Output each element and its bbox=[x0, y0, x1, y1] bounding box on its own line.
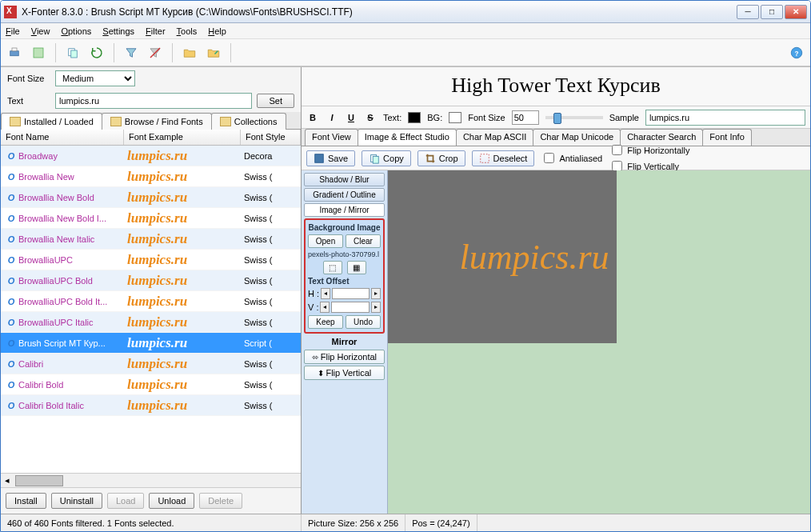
font-list[interactable]: OBroadwaylumpics.ruDecoraOBrowallia Newl… bbox=[1, 146, 301, 473]
hscrollbar[interactable]: ◂ bbox=[1, 473, 301, 487]
italic-button[interactable]: I bbox=[326, 113, 338, 122]
menu-view[interactable]: View bbox=[31, 26, 50, 36]
col-style[interactable]: Font Style bbox=[241, 130, 301, 145]
fontsize-select[interactable]: Medium bbox=[55, 70, 135, 86]
imgmirror-header[interactable]: Image / Mirror bbox=[304, 203, 385, 217]
font-row[interactable]: OCalibrilumpics.ruSwiss ( bbox=[1, 354, 301, 374]
tab-charmap-unicode[interactable]: Char Map Unicode bbox=[533, 129, 621, 146]
menu-options[interactable]: Options bbox=[61, 26, 91, 36]
folder-open-icon[interactable] bbox=[205, 44, 222, 62]
flip-horizontal-button[interactable]: ⬄ Flip Horizontal bbox=[304, 350, 385, 364]
font-style: Swiss ( bbox=[244, 297, 298, 306]
undo-button[interactable]: Undo bbox=[346, 315, 381, 329]
status-pos: Pos = (24,247) bbox=[406, 514, 477, 531]
menu-tools[interactable]: Tools bbox=[177, 26, 198, 36]
tab-fontview[interactable]: Font View bbox=[305, 129, 358, 146]
deselect-button[interactable]: Deselect bbox=[472, 150, 535, 166]
maximize-button[interactable]: □ bbox=[761, 5, 783, 19]
fit-icon[interactable]: ⬚ bbox=[323, 261, 342, 274]
tab-font-info[interactable]: Font Info bbox=[702, 129, 751, 146]
font-type-icon: O bbox=[4, 359, 18, 369]
font-style: Script ( bbox=[244, 338, 298, 348]
text-color-well[interactable] bbox=[408, 112, 421, 123]
tab-image-studio[interactable]: Image & Effect Studio bbox=[358, 129, 457, 146]
help-icon[interactable]: ? bbox=[788, 44, 805, 62]
underline-button[interactable]: U bbox=[345, 113, 358, 122]
clear-filter-icon[interactable] bbox=[146, 44, 164, 62]
col-name[interactable]: Font Name bbox=[1, 130, 124, 145]
font-style: Decora bbox=[244, 151, 298, 161]
font-row[interactable]: OBrowallia New Boldlumpics.ruSwiss ( bbox=[1, 187, 301, 208]
filter-icon[interactable] bbox=[122, 44, 140, 62]
font-type-icon: O bbox=[4, 401, 18, 410]
sample-text-input[interactable] bbox=[55, 93, 252, 109]
load-button[interactable]: Load bbox=[107, 493, 144, 509]
right-tabs: Font View Image & Effect Studio Char Map… bbox=[302, 129, 810, 146]
set-button[interactable]: Set bbox=[257, 94, 294, 108]
refresh-icon[interactable] bbox=[88, 44, 106, 62]
close-button[interactable]: ✕ bbox=[785, 5, 807, 19]
copy-icon[interactable] bbox=[64, 44, 82, 62]
col-example[interactable]: Font Example bbox=[124, 130, 241, 145]
fontsize-slider[interactable] bbox=[545, 116, 603, 119]
antialiased-check[interactable]: Antialiased bbox=[541, 150, 602, 166]
status-picsize: Picture Size: 256 x 256 bbox=[302, 514, 406, 531]
menu-help[interactable]: Help bbox=[208, 26, 226, 36]
crop-button[interactable]: Crop bbox=[417, 150, 465, 166]
font-name: Browallia New Bold bbox=[18, 193, 127, 202]
uninstall-button[interactable]: Uninstall bbox=[51, 493, 102, 509]
print-icon[interactable] bbox=[6, 44, 23, 62]
font-row[interactable]: OBroadwaylumpics.ruDecora bbox=[1, 146, 301, 166]
font-row[interactable]: OBrowalliaUPC Boldlumpics.ruSwiss ( bbox=[1, 270, 301, 291]
font-row[interactable]: OBrowallia New Bold I...lumpics.ruSwiss … bbox=[1, 208, 301, 229]
font-style: Swiss ( bbox=[244, 359, 298, 369]
fontsize-spinner[interactable] bbox=[512, 110, 539, 125]
font-row[interactable]: OBrowalliaUPC Italiclumpics.ruSwiss ( bbox=[1, 312, 301, 333]
font-type-icon: O bbox=[4, 318, 18, 327]
font-row[interactable]: OBrush Script MT Кур...lumpics.ruScript … bbox=[1, 333, 301, 354]
menu-file[interactable]: File bbox=[6, 26, 20, 36]
tile-icon[interactable]: ▦ bbox=[347, 261, 366, 274]
open-button[interactable]: Open bbox=[308, 234, 343, 248]
window-title: X-Fonter 8.3.0 : Brush Script MT Курсив … bbox=[22, 6, 737, 18]
font-name: Calibri Bold bbox=[18, 380, 127, 390]
menu-filter[interactable]: Filter bbox=[146, 26, 165, 36]
folder-add-icon[interactable] bbox=[181, 44, 198, 62]
action-buttons: Install Uninstall Load Unload Delete bbox=[1, 487, 301, 514]
tab-charmap-ascii[interactable]: Char Map ASCII bbox=[456, 129, 533, 146]
font-row[interactable]: OBrowallia New Italiclumpics.ruSwiss ( bbox=[1, 229, 301, 250]
font-row[interactable]: OBrowallia Newlumpics.ruSwiss ( bbox=[1, 166, 301, 187]
preview-icon[interactable] bbox=[30, 44, 47, 62]
keep-button[interactable]: Keep bbox=[308, 315, 343, 329]
minimize-button[interactable]: ─ bbox=[737, 5, 759, 19]
tab-browse[interactable]: Browse / Find Fonts bbox=[102, 113, 212, 130]
fontlist-header: Font Name Font Example Font Style bbox=[1, 130, 301, 146]
font-example: lumpics.ru bbox=[127, 356, 244, 372]
flip-h-check[interactable]: Flip Horizontally bbox=[609, 142, 689, 158]
bg-color-well[interactable] bbox=[449, 112, 461, 123]
save-button[interactable]: Save bbox=[306, 150, 355, 166]
flip-vertical-button[interactable]: ⬍ Flip Vertical bbox=[304, 366, 385, 380]
delete-button[interactable]: Delete bbox=[199, 493, 242, 509]
menu-settings[interactable]: Settings bbox=[102, 26, 134, 36]
font-row[interactable]: OBrowalliaUPC Bold It...lumpics.ruSwiss … bbox=[1, 291, 301, 312]
folder-icon bbox=[110, 117, 122, 126]
font-row[interactable]: OBrowalliaUPClumpics.ruSwiss ( bbox=[1, 250, 301, 270]
gradient-header[interactable]: Gradient / Outline bbox=[304, 188, 385, 202]
font-row[interactable]: OCalibri Boldlumpics.ruSwiss ( bbox=[1, 374, 301, 395]
font-style: Swiss ( bbox=[244, 318, 298, 327]
shadow-header[interactable]: Shadow / Blur bbox=[304, 173, 385, 186]
tab-collections[interactable]: Collections bbox=[211, 113, 286, 130]
unload-button[interactable]: Unload bbox=[149, 493, 194, 509]
sample-input[interactable] bbox=[645, 110, 805, 126]
clear-button[interactable]: Clear bbox=[346, 234, 381, 248]
font-row[interactable]: OCalibri Bold Italiclumpics.ruSwiss ( bbox=[1, 395, 301, 416]
tab-installed[interactable]: Installed / Loaded bbox=[1, 113, 102, 130]
main-toolbar: ? bbox=[1, 39, 810, 66]
strike-button[interactable]: S bbox=[364, 113, 377, 122]
copy-button[interactable]: Copy bbox=[362, 150, 411, 166]
image-canvas[interactable]: lumpics.ru bbox=[388, 170, 810, 514]
bold-button[interactable]: B bbox=[306, 113, 319, 122]
font-name: Browallia New bbox=[18, 172, 127, 182]
font-style: Swiss ( bbox=[244, 380, 298, 390]
